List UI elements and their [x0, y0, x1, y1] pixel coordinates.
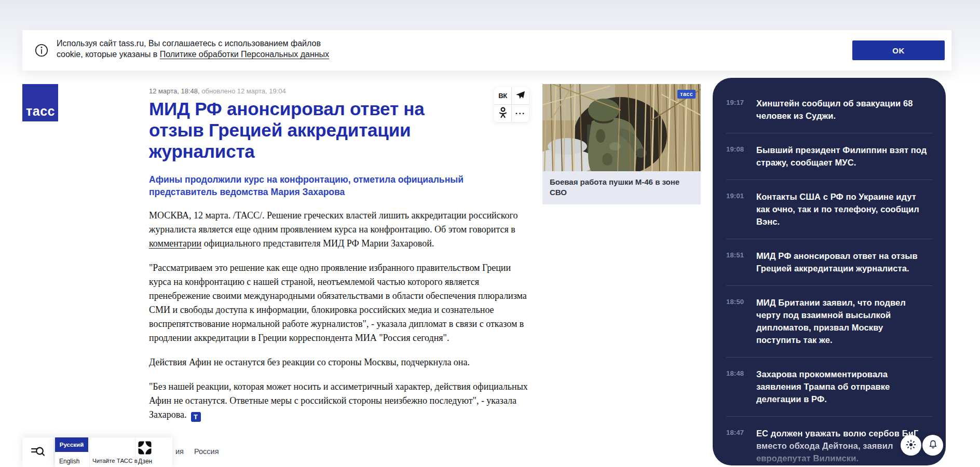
vk-icon: ВК [498, 92, 507, 100]
feed-item-time: 19:01 [726, 190, 749, 228]
cookie-text-line2: cookie, которые указаны в [57, 50, 160, 59]
article-subtitle: Афины продолжили курс на конфронтацию, о… [149, 173, 489, 198]
tass-inline-badge[interactable]: Т [191, 412, 201, 422]
dzen-link[interactable]: Дзен [138, 458, 152, 465]
article-tags: ия Россия [175, 447, 219, 456]
share-panel: ВК ··· [494, 87, 529, 122]
article: 12 марта, 18:48, обновлено 12 марта, 19:… [149, 87, 533, 432]
feed-item-time: 19:17 [726, 97, 749, 122]
notifications-button[interactable] [922, 435, 943, 456]
feed-item-time: 18:48 [726, 368, 749, 405]
tag-item[interactable]: Россия [194, 447, 219, 456]
feed-item-text: МИД РФ анонсировал ответ на отзыв Грецие… [756, 250, 929, 274]
video-caption[interactable]: Боевая работа пушки М-46 в зоне СВО [542, 171, 701, 204]
feed-item-time: 18:51 [726, 250, 749, 274]
menu-search-icon [30, 445, 46, 460]
footer-menu-panel: Русский English Читайте ТАСС в Дзен [55, 437, 172, 467]
tag-item[interactable]: ия [175, 447, 184, 456]
cookie-ok-button[interactable]: OK [852, 40, 945, 60]
tass-watermark: тасс [677, 90, 696, 99]
article-paragraph-4: "Без нашей реакции, которая может носить… [149, 380, 533, 422]
more-dots-icon: ··· [515, 111, 526, 116]
feed-item-text: Захарова прокомментировала заявления Тра… [756, 368, 929, 405]
cookie-text-line1: Используя сайт tass.ru, Вы соглашаетесь … [57, 39, 321, 48]
read-tass-in-label: Читайте ТАСС в [92, 458, 138, 464]
cookie-banner: Используя сайт tass.ru, Вы соглашаетесь … [22, 30, 951, 71]
feed-item-text: МИД Британии заявил, что подвел черту по… [756, 296, 929, 346]
paragraph-1-text-after: официального представителя МИД РФ Марии … [201, 238, 434, 249]
tass-logo[interactable]: тасс [22, 84, 58, 121]
feed-item-time: 18:50 [726, 296, 749, 346]
sun-icon [906, 439, 916, 451]
language-russian-chip[interactable]: Русский [55, 437, 88, 452]
share-more-button[interactable]: ··· [512, 105, 529, 122]
paragraph-1-text: МОСКВА, 12 марта. /ТАСС/. Решение гречес… [149, 210, 518, 235]
update-time: обновлено 12 марта, 19:04 [201, 87, 286, 95]
news-feed-list: 19:17 Хинштейн сообщил об эвакуации 68 ч… [713, 78, 946, 467]
article-video-thumbnail[interactable]: тасс [542, 84, 701, 171]
dzen-icon[interactable] [138, 441, 152, 455]
odnoklassniki-icon [499, 107, 507, 120]
feed-item[interactable]: 18:50 МИД Британии заявил, что подвел че… [713, 285, 946, 357]
info-icon [34, 43, 49, 58]
article-date: 12 марта, 18:48, обновлено 12 марта, 19:… [149, 87, 533, 95]
telegram-icon [515, 91, 525, 101]
article-paragraph-2: "Рассматриваем это решение как еще одно … [149, 261, 533, 345]
feed-item[interactable]: 19:08 Бывший президент Филиппин взят под… [713, 133, 946, 180]
feed-item[interactable]: 19:01 Контакты США с РФ по Украине идут … [713, 180, 946, 239]
feed-item-text: Хинштейн сообщил об эвакуации 68 человек… [756, 97, 929, 122]
feed-item[interactable]: 19:17 Хинштейн сообщил об эвакуации 68 ч… [713, 86, 946, 133]
commentary-link[interactable]: комментарии [149, 238, 201, 249]
feed-item-time: 19:08 [726, 144, 749, 169]
bell-icon [928, 439, 938, 451]
share-vk-button[interactable]: ВК [494, 87, 511, 104]
cookie-text: Используя сайт tass.ru, Вы соглашаетесь … [57, 38, 329, 60]
share-odnoklassniki-button[interactable] [494, 105, 511, 122]
article-title: МИД РФ анонсировал ответ на отзыв Грецие… [149, 98, 473, 162]
soldier-reeds-illustration [542, 84, 701, 171]
feed-item-text: Контакты США с РФ по Украине идут как оч… [756, 190, 929, 228]
article-paragraph-1: МОСКВА, 12 марта. /ТАСС/. Решение гречес… [149, 209, 533, 251]
feed-item-time: 18:47 [726, 427, 749, 464]
panel-divider [89, 437, 90, 467]
paragraph-4-text: "Без нашей реакции, которая может носить… [149, 381, 528, 420]
feed-item-text: Бывший президент Филиппин взят под страж… [756, 144, 929, 169]
feed-item[interactable]: 18:51 МИД РФ анонсировал ответ на отзыв … [713, 239, 946, 285]
menu-search-button[interactable] [22, 437, 53, 467]
theme-toggle-button[interactable] [901, 435, 921, 456]
article-paragraph-3: Действия Афин не останутся без реакции с… [149, 355, 533, 369]
video-card: тасс Боевая работа пушки М-46 в зоне СВО [542, 84, 701, 204]
tass-logo-text: тасс [26, 104, 55, 119]
feed-item[interactable]: 18:48 Захарова прокомментировала заявлен… [713, 357, 946, 416]
news-feed-sidebar: 19:17 Хинштейн сообщил об эвакуации 68 ч… [713, 78, 946, 465]
language-english-link[interactable]: English [59, 458, 79, 465]
personal-data-policy-link[interactable]: Политике обработки Персональных данных [160, 50, 329, 59]
share-telegram-button[interactable] [512, 87, 529, 104]
publish-time: 12 марта, 18:48, [149, 87, 201, 95]
